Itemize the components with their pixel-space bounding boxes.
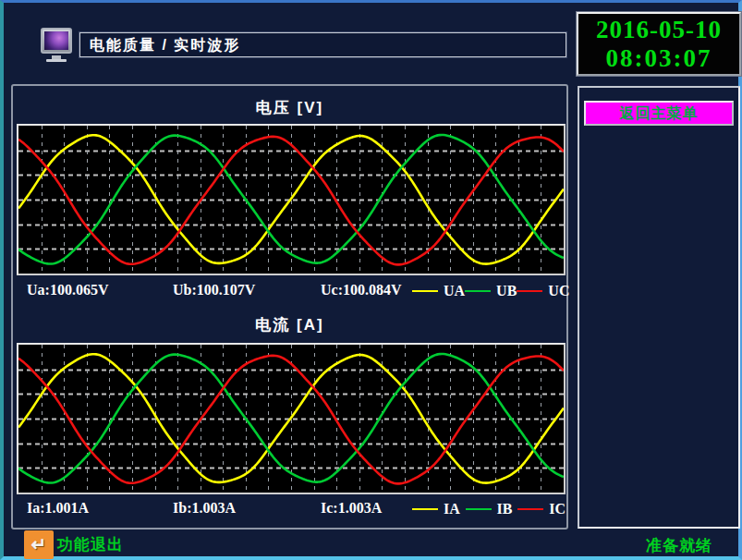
current-reading-ic: Ic:1.003A (321, 500, 382, 517)
current-waveform-chart (18, 345, 564, 493)
breadcrumb: 电能质量 / 实时波形 (79, 32, 566, 57)
legend-item-ua: UA (412, 283, 465, 299)
legend-label-uc: UC (548, 283, 569, 299)
app-window: 电能质量 / 实时波形 2016-05-10 08:03:07 电压 [V] U… (0, 0, 742, 560)
legend-label-ub: UB (496, 283, 517, 299)
legend-label-ia: IA (444, 501, 460, 517)
legend-label-ua: UA (444, 283, 465, 299)
return-main-menu-button[interactable]: 返回主菜单 (584, 101, 734, 126)
current-chart-title: 电流 [A] (13, 314, 566, 335)
function-exit-label: 功能退出 (57, 534, 124, 555)
waveform-panel: 电压 [V] Ua:100.065V Ub:100.107V Uc:100.08… (11, 84, 568, 530)
ua-line-swatch (412, 290, 438, 292)
current-chart-frame (17, 343, 566, 494)
current-reading-ia: Ia:1.001A (27, 500, 89, 517)
voltage-readings-row: Ua:100.065V Ub:100.107V Uc:100.084V UA U… (13, 282, 566, 302)
legend-item-ub: UB (465, 283, 517, 299)
voltage-reading-ub: Ub:100.107V (173, 282, 255, 298)
function-exit-softkey[interactable]: ↵ 功能退出 (24, 530, 124, 559)
monitor-icon-base (46, 59, 67, 62)
current-readings-row: Ia:1.001A Ib:1.003A Ic:1.003A IA IB IC (13, 500, 566, 520)
ub-line-swatch (465, 290, 491, 292)
sidebar-panel: 返回主菜单 (578, 86, 740, 529)
monitor-icon (41, 28, 72, 54)
voltage-waveform-chart (18, 126, 564, 274)
ia-line-swatch (412, 508, 438, 510)
voltage-chart-title: 电压 [V] (13, 97, 566, 118)
ib-line-swatch (466, 508, 492, 510)
legend-item-ia: IA (412, 501, 460, 517)
voltage-reading-ua: Ua:100.065V (27, 282, 108, 298)
uc-line-swatch (517, 290, 542, 292)
return-key-icon[interactable]: ↵ (24, 530, 54, 559)
current-legend: IA IB IC (412, 501, 566, 517)
ready-status-text: 准备就绪 (646, 535, 712, 556)
voltage-chart-frame (17, 124, 566, 275)
current-reading-ib: Ib:1.003A (173, 500, 236, 517)
time-text: 08:03:07 (578, 45, 739, 72)
legend-item-ib: IB (466, 501, 513, 517)
voltage-reading-uc: Uc:100.084V (321, 282, 402, 298)
legend-label-ic: IC (549, 501, 566, 517)
date-text: 2016-05-10 (578, 14, 739, 45)
monitor-icon-screen (44, 31, 68, 50)
ic-line-swatch (517, 508, 543, 510)
legend-item-ic: IC (517, 501, 566, 517)
voltage-legend: UA UB UC (412, 283, 566, 299)
datetime-display: 2016-05-10 08:03:07 (577, 12, 741, 76)
legend-item-uc: UC (517, 283, 569, 299)
legend-label-ib: IB (497, 501, 513, 517)
status-bar: ↵ 功能退出 准备就绪 (4, 528, 738, 559)
